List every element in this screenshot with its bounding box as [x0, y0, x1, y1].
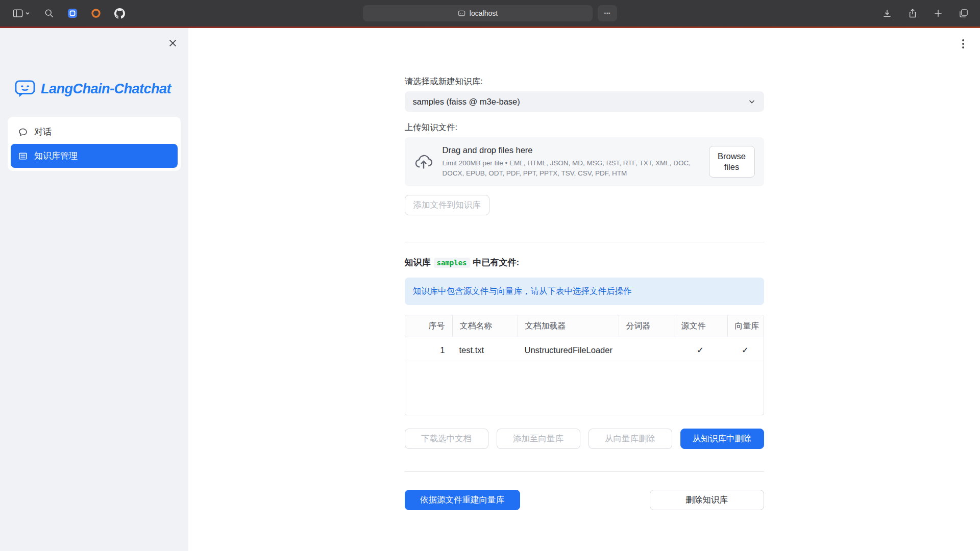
- page-options-button[interactable]: •••: [598, 5, 617, 21]
- sidebar-item-kb-management[interactable]: 知识库管理: [11, 144, 178, 168]
- downloads-button[interactable]: [879, 5, 895, 21]
- kb-name-code: samples: [434, 258, 470, 268]
- info-alert: 知识库中包含源文件与向量库，请从下表中选择文件后操作: [405, 278, 764, 305]
- url-text: localhost: [470, 9, 498, 17]
- share-button[interactable]: [904, 5, 921, 21]
- table-empty-area: [405, 363, 764, 415]
- kb-heading-suffix: 中已有文件:: [473, 258, 520, 267]
- column-header-vector-store[interactable]: 向量库: [727, 315, 764, 337]
- rebuild-vector-store-button[interactable]: 依据源文件重建向量库: [405, 490, 520, 510]
- column-header-index[interactable]: 序号: [405, 315, 452, 337]
- browser-toolbar: localhost •••: [0, 0, 980, 27]
- column-header-source-file[interactable]: 源文件: [674, 315, 727, 337]
- table-row[interactable]: 1 test.txt UnstructuredFileLoader ✓ ✓: [405, 337, 764, 363]
- cell-index: 1: [405, 337, 452, 363]
- tab-overview-button[interactable]: [955, 5, 972, 21]
- cell-vector-store-check: ✓: [727, 337, 764, 363]
- delete-from-kb-button[interactable]: 从知识库中删除: [680, 429, 764, 449]
- extension-orange-button[interactable]: [88, 5, 104, 21]
- address-bar[interactable]: localhost: [363, 5, 593, 21]
- dropzone-title: Drag and drop files here: [443, 145, 700, 155]
- download-selected-button[interactable]: 下载选中文档: [405, 429, 488, 449]
- column-header-filename[interactable]: 文档名称: [452, 315, 518, 337]
- plus-icon: [933, 8, 943, 18]
- sidebar-item-label: 对话: [34, 126, 52, 138]
- sidebar-panel-icon: [12, 8, 23, 19]
- chevron-down-icon: [25, 11, 30, 16]
- delete-kb-button[interactable]: 删除知识库: [650, 490, 764, 510]
- table-header-row: 序号 文档名称 文档加载器 分词器 源文件 向量库: [405, 315, 764, 337]
- add-files-to-kb-button[interactable]: 添加文件到知识库: [405, 195, 489, 215]
- extension-blue-button[interactable]: [64, 5, 81, 21]
- column-header-splitter[interactable]: 分词器: [619, 315, 674, 337]
- download-icon: [882, 8, 892, 18]
- dropzone-text: Drag and drop files here Limit 200MB per…: [443, 145, 700, 178]
- kb-heading-prefix: 知识库: [405, 258, 431, 267]
- cell-source-file-check: ✓: [674, 337, 727, 363]
- share-icon: [908, 8, 918, 18]
- file-actions-row: 下载选中文档 添加至向量库 从向量库删除 从知识库中删除: [405, 429, 764, 449]
- app-menu-button[interactable]: [955, 35, 971, 53]
- github-icon: [114, 8, 125, 19]
- chatchat-logo-icon: [14, 79, 36, 98]
- tab-search-button[interactable]: [41, 5, 57, 21]
- knowledge-base-icon: [18, 151, 28, 161]
- extension-github-button[interactable]: [111, 5, 128, 21]
- tabs-icon: [959, 8, 969, 18]
- blue-extension-icon: [67, 8, 78, 18]
- column-header-loader[interactable]: 文档加载器: [518, 315, 619, 337]
- dropzone-limit-text: Limit 200MB per file • EML, HTML, JSON, …: [443, 158, 700, 178]
- cell-splitter: [619, 337, 674, 363]
- kb-select-label: 请选择或新建知识库:: [405, 76, 764, 87]
- divider: [405, 242, 764, 242]
- file-dropzone[interactable]: Drag and drop files here Limit 200MB per…: [405, 137, 764, 186]
- kb-files-heading: 知识库samples中已有文件:: [405, 257, 764, 268]
- new-tab-button[interactable]: [930, 5, 946, 21]
- kb-selectbox-value: samples (faiss @ m3e-base): [413, 97, 520, 107]
- kebab-menu-icon: [957, 38, 969, 50]
- sidebar-item-chat[interactable]: 对话: [11, 120, 178, 144]
- divider: [405, 471, 764, 472]
- kb-selectbox[interactable]: samples (faiss @ m3e-base): [405, 91, 764, 112]
- kb-management-panel: 请选择或新建知识库: samples (faiss @ m3e-base) 上传…: [405, 28, 764, 510]
- remove-from-vector-store-button[interactable]: 从向量库删除: [589, 429, 672, 449]
- browse-files-button[interactable]: Browse files: [709, 146, 755, 177]
- cloud-upload-icon: [414, 152, 433, 171]
- cell-loader: UnstructuredFileLoader: [518, 337, 619, 363]
- sidebar-nav: 对话 知识库管理: [8, 117, 181, 171]
- add-to-vector-store-button[interactable]: 添加至向量库: [497, 429, 580, 449]
- upload-label: 上传知识文件:: [405, 122, 764, 133]
- orange-extension-icon: [91, 8, 101, 18]
- site-favicon-icon: [458, 10, 465, 17]
- sidebar-close-button[interactable]: [165, 35, 180, 51]
- close-icon: [168, 39, 177, 47]
- app-logo-text: LangChain-Chatchat: [41, 81, 171, 97]
- cell-filename: test.txt: [452, 337, 518, 363]
- kb-bottom-actions: 依据源文件重建向量库 删除知识库: [405, 490, 764, 510]
- ellipsis-icon: •••: [604, 11, 610, 16]
- app-logo: LangChain-Chatchat: [14, 79, 188, 98]
- sidebar-toggle-button[interactable]: [8, 5, 34, 21]
- chevron-down-icon: [748, 97, 756, 106]
- main-area: 请选择或新建知识库: samples (faiss @ m3e-base) 上传…: [188, 28, 980, 551]
- kb-files-table: 序号 文档名称 文档加载器 分词器 源文件 向量库 1 test.txt Uns…: [405, 315, 764, 415]
- app-sidebar: LangChain-Chatchat 对话 知识库管理: [0, 28, 188, 551]
- chat-bubble-icon: [18, 127, 28, 137]
- search-icon: [44, 8, 54, 18]
- sidebar-item-label: 知识库管理: [34, 150, 78, 162]
